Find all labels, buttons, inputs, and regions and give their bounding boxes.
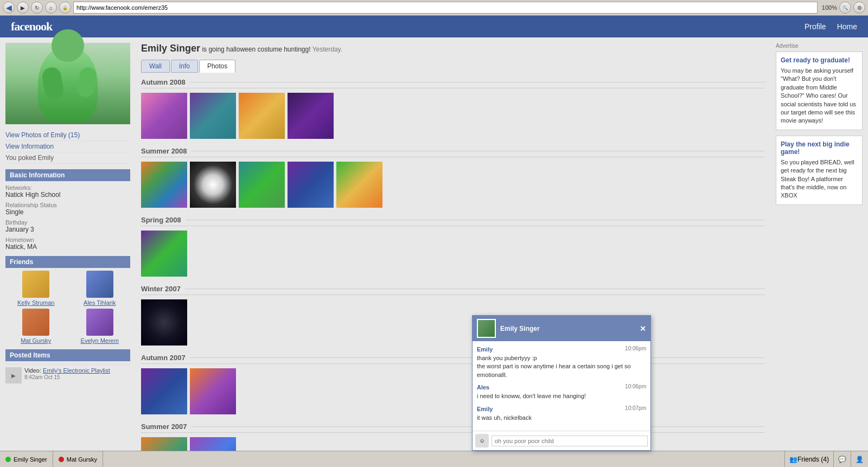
view-info-link[interactable]: View Information bbox=[5, 141, 130, 152]
chat-time-1: 10:06pm bbox=[625, 383, 646, 389]
statusbar-user-icon[interactable]: 👤 bbox=[851, 451, 868, 468]
photo-thumb[interactable] bbox=[190, 368, 236, 414]
posted-item-link[interactable]: Emily's Electronic Playlist bbox=[43, 367, 110, 374]
nav-home-link[interactable]: Home bbox=[837, 22, 857, 31]
basic-info-header: Basic Information bbox=[5, 169, 130, 181]
chat-text-2: it was uh, nickelback bbox=[477, 414, 646, 422]
photo-thumb[interactable] bbox=[141, 368, 187, 414]
friends-grid: Kelly Struman Ales Tihlarik Mat Gursky E… bbox=[5, 271, 130, 344]
photo-thumb[interactable] bbox=[141, 93, 187, 139]
photo-year-summer-2008: Summer 2008 bbox=[141, 147, 765, 157]
photo-thumb[interactable] bbox=[190, 93, 236, 139]
ad-graduate[interactable]: Get ready to graduate! You may be asking… bbox=[776, 52, 863, 130]
photo-section-summer-2008: Summer 2008 bbox=[141, 147, 765, 208]
left-sidebar: View Photos of Emily (15) View Informati… bbox=[0, 37, 136, 456]
status-dot-offline bbox=[59, 457, 64, 462]
posted-items-section: Posted Items ▶ Video: Emily's Electronic… bbox=[5, 349, 130, 386]
photo-thumb[interactable] bbox=[239, 162, 285, 208]
photo-section-autumn-2007: Autumn 2007 bbox=[141, 354, 765, 414]
photos-grid-spring-2008 bbox=[141, 231, 765, 277]
statusbar-emily[interactable]: Emily Singer bbox=[0, 451, 53, 467]
profile-status: is going halloween costume huntingg! Yes… bbox=[202, 46, 342, 53]
statusbar-chat-icon[interactable]: 💬 bbox=[833, 451, 851, 468]
friend-avatar-kelly bbox=[22, 271, 49, 298]
chat-emoji-icon[interactable]: ☺ bbox=[475, 434, 489, 447]
chat-message-0: Emily 10:06pm thank you pubertyyy :pthe … bbox=[477, 346, 646, 379]
statusbar-friends-label: 👥 bbox=[789, 456, 797, 463]
chat-close-button[interactable]: ✕ bbox=[640, 324, 646, 333]
posted-item-text: Video: Emily's Electronic Playlist 8:42a… bbox=[24, 367, 110, 380]
chat-input[interactable] bbox=[492, 436, 648, 446]
refresh-button[interactable]: ↻ bbox=[31, 2, 43, 14]
photo-thumb[interactable] bbox=[239, 93, 285, 139]
photo-thumb[interactable] bbox=[141, 231, 187, 277]
chat-time-0: 10:06pm bbox=[625, 346, 646, 351]
photo-year-spring-2008: Spring 2008 bbox=[141, 216, 765, 226]
statusbar-friends-icon[interactable]: 👥 Friends (4) bbox=[784, 451, 833, 468]
profile-content: Emily Singer is going halloween costume … bbox=[136, 37, 770, 456]
friend-ales[interactable]: Ales Tihlarik bbox=[69, 271, 131, 306]
birthday-label: Birthday bbox=[5, 219, 130, 226]
statusbar-mat[interactable]: Mat Gursky bbox=[53, 451, 103, 467]
posted-item-type: Video: bbox=[24, 367, 41, 374]
profile-status-time: Yesterday. bbox=[312, 46, 342, 53]
ad-graduate-text: You may be asking yourself "What? But yo… bbox=[781, 67, 858, 125]
chat-text-0: thank you pubertyyy :pthe worst part is … bbox=[477, 354, 646, 379]
status-bar: Emily Singer Mat Gursky 👥 Friends (4) 💬 … bbox=[0, 451, 868, 467]
photo-thumb[interactable] bbox=[190, 162, 236, 208]
nav-profile-link[interactable]: Profile bbox=[805, 22, 826, 31]
friends-header: Friends bbox=[5, 256, 130, 268]
right-sidebar: Advertise Get ready to graduate! You may… bbox=[770, 37, 868, 456]
settings-button[interactable]: ⚙ bbox=[853, 2, 865, 14]
photo-section-winter-2007: Winter 2007 bbox=[141, 285, 765, 346]
posted-item: ▶ Video: Emily's Electronic Playlist 8:4… bbox=[5, 364, 130, 386]
friend-name-kelly: Kelly Struman bbox=[5, 299, 67, 306]
ad-game-title: Play the next big indie game! bbox=[781, 140, 858, 156]
posted-item-date: 8:42am Oct 15 bbox=[24, 374, 60, 380]
profile-picture bbox=[5, 43, 130, 124]
chat-time-2: 10:07pm bbox=[625, 405, 646, 411]
friend-evelyn[interactable]: Evelyn Merem bbox=[69, 309, 131, 344]
friend-name-ales: Ales Tihlarik bbox=[69, 299, 131, 306]
home-button[interactable]: ⌂ bbox=[45, 2, 57, 14]
view-photos-link[interactable]: View Photos of Emily (15) bbox=[5, 130, 130, 141]
statusbar-mat-name: Mat Gursky bbox=[67, 456, 97, 463]
chat-text-1: i need to knoww, don't leave me hanging! bbox=[477, 392, 646, 400]
posted-items-header: Posted Items bbox=[5, 349, 130, 361]
back-button[interactable]: ◀ bbox=[3, 2, 15, 14]
status-bar-right: 👥 Friends (4) 💬 👤 bbox=[784, 451, 868, 468]
basic-info-section: Basic Information Networks: Natick High … bbox=[5, 169, 130, 251]
photo-thumb[interactable] bbox=[336, 162, 382, 208]
chat-message-1: Ales 10:06pm i need to knoww, don't leav… bbox=[477, 383, 646, 400]
friend-name-mat: Mat Gursky bbox=[5, 337, 67, 344]
friend-kelly[interactable]: Kelly Struman bbox=[5, 271, 67, 306]
forward-button[interactable]: ▶ bbox=[17, 2, 29, 14]
photo-thumb[interactable] bbox=[288, 162, 334, 208]
tab-wall[interactable]: Wall bbox=[141, 60, 170, 73]
zoom-button[interactable]: 🔍 bbox=[839, 2, 851, 14]
chat-title: Emily Singer bbox=[500, 325, 540, 332]
tab-info[interactable]: Info bbox=[171, 60, 198, 73]
photos-grid-autumn-2007 bbox=[141, 368, 765, 414]
address-bar[interactable] bbox=[73, 2, 818, 14]
status-dot-online bbox=[5, 457, 11, 462]
networks-label: Networks: bbox=[5, 184, 130, 191]
chat-header: Emily Singer ✕ bbox=[473, 316, 650, 341]
ad-graduate-title: Get ready to graduate! bbox=[781, 56, 858, 64]
photo-thumb[interactable] bbox=[141, 299, 187, 346]
chat-sender-1: Ales bbox=[477, 384, 489, 391]
browser-chrome: ◀ ▶ ↻ ⌂ 🔒 100% 🔍 ⚙ bbox=[0, 0, 868, 16]
tab-photos[interactable]: Photos bbox=[199, 60, 235, 73]
profile-header: Emily Singer is going halloween costume … bbox=[141, 43, 765, 54]
chat-avatar bbox=[477, 319, 496, 338]
hometown-value: Natick, MA bbox=[5, 243, 130, 251]
friend-avatar-mat bbox=[22, 309, 49, 336]
profile-name: Emily Singer bbox=[141, 43, 200, 54]
photo-thumb[interactable] bbox=[288, 93, 334, 139]
relationship-value: Single bbox=[5, 208, 130, 216]
photo-thumb[interactable] bbox=[141, 162, 187, 208]
browser-toolbar: ◀ ▶ ↻ ⌂ 🔒 100% 🔍 ⚙ bbox=[0, 0, 868, 15]
friend-mat[interactable]: Mat Gursky bbox=[5, 309, 67, 344]
ad-game[interactable]: Play the next big indie game! So you pla… bbox=[776, 136, 863, 205]
zoom-level: 100% bbox=[822, 4, 837, 11]
